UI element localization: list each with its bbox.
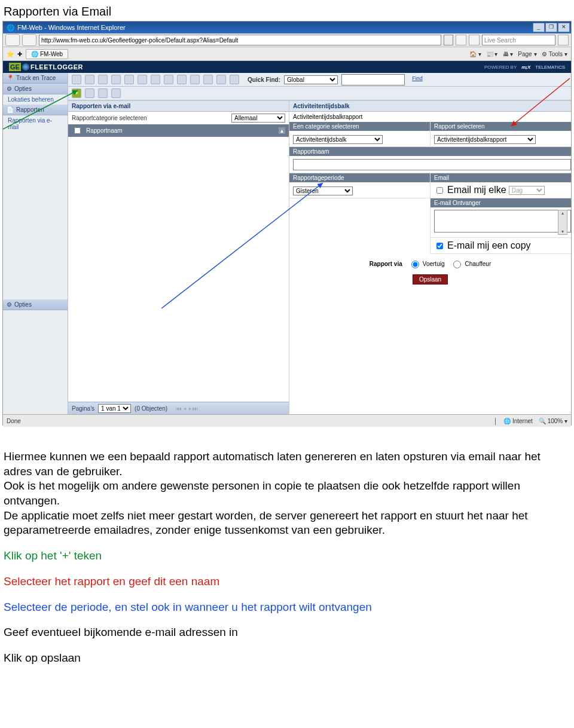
- tool-icon[interactable]: [98, 75, 108, 84]
- tool-icon[interactable]: [164, 75, 173, 84]
- period-header: Rapportageperiode: [289, 173, 430, 182]
- window-title: FM-Web - Windows Internet Explorer: [17, 24, 126, 31]
- select-all-checkbox[interactable]: [74, 127, 81, 134]
- address-bar[interactable]: http://www.fm-web.co.uk/Geofleetlogger-p…: [39, 35, 441, 45]
- category-header: Een categorie selecteren: [289, 122, 430, 131]
- document-title: Rapporten via Email: [4, 5, 574, 19]
- email-header: Email: [430, 173, 571, 182]
- tool-icon[interactable]: [124, 75, 134, 84]
- tool-icon[interactable]: [151, 75, 160, 84]
- email-me-checkbox[interactable]: [436, 187, 443, 194]
- minimize-button[interactable]: _: [533, 23, 545, 32]
- tab-icon: 🌐: [31, 51, 38, 57]
- sidebar-track-trace[interactable]: 📍 Track en Trace: [3, 73, 68, 84]
- paragraph-1: Hiermee kunnen we een bepaald rapport au…: [4, 449, 570, 538]
- gear-icon: ⚙: [7, 85, 12, 92]
- status-internet-zone: 🌐 Internet: [503, 418, 533, 424]
- tool-icon[interactable]: [98, 88, 108, 98]
- recipient-textarea[interactable]: [434, 210, 571, 233]
- status-zoom[interactable]: 🔍 100% ▾: [539, 418, 567, 424]
- tool-icon[interactable]: [85, 88, 94, 98]
- maximize-button[interactable]: ❐: [545, 23, 557, 32]
- mix-logo: m¡X: [521, 65, 530, 70]
- close-button[interactable]: ✕: [558, 23, 570, 32]
- print-button[interactable]: 🖶 ▾: [503, 51, 514, 57]
- step-blue: Selecteer de periode, en stel ook in wan…: [4, 600, 570, 615]
- favorites-bar: ⭐ ✚ 🌐 FM-Web 🏠 ▾ 📰 ▾ 🖶 ▾ Page ▾ ⚙ Tools …: [3, 47, 571, 61]
- address-dropdown[interactable]: [444, 35, 453, 45]
- home-button[interactable]: 🏠 ▾: [469, 51, 481, 57]
- scroll-down-icon[interactable]: ▾: [558, 229, 567, 234]
- cc-me-checkbox[interactable]: [436, 243, 443, 249]
- back-button[interactable]: [5, 34, 20, 46]
- gear-icon: ⚙: [7, 301, 12, 308]
- via-chauffeur-radio[interactable]: Chauffeur: [450, 259, 491, 268]
- sidebar-rapporten[interactable]: 📄 Rapporten: [3, 105, 68, 115]
- tool-icon[interactable]: [203, 75, 213, 84]
- tool-icon[interactable]: [216, 75, 226, 84]
- forward-button[interactable]: [22, 34, 36, 46]
- search-go-button[interactable]: [558, 35, 569, 45]
- powered-by-label: POWERED BY: [484, 65, 517, 70]
- via-voertuig-radio[interactable]: Voertuig: [408, 259, 445, 268]
- sidebar-opties[interactable]: ⚙ Opties: [3, 84, 68, 94]
- quickfind-scope-select[interactable]: Global: [284, 75, 338, 84]
- tool-icon[interactable]: [85, 75, 94, 84]
- address-toolbar: http://www.fm-web.co.uk/Geofleetlogger-p…: [3, 33, 571, 47]
- search-box[interactable]: Live Search: [482, 35, 555, 45]
- add-icon[interactable]: +: [72, 88, 81, 98]
- scroll-up-icon[interactable]: ▴: [558, 210, 567, 216]
- pager-select[interactable]: 1 van 1: [98, 404, 131, 413]
- app-header: GE FLEETLOGGER POWERED BY m¡X TELEMATICS: [3, 61, 571, 73]
- refresh-button[interactable]: [456, 35, 466, 45]
- stop-button[interactable]: [469, 35, 480, 45]
- pager-objects: (0 Objecten): [135, 405, 167, 412]
- status-sep: │: [494, 418, 497, 424]
- category-select-right[interactable]: Activiteitentijdsbalk: [293, 135, 383, 144]
- logo-geo: GE: [9, 63, 21, 71]
- step-red: Selecteer het rapport en geef dit een na…: [4, 574, 570, 589]
- tool-icon[interactable]: [190, 75, 200, 84]
- favorites-star-icon[interactable]: ⭐: [7, 51, 14, 57]
- report-via-label: Rapport via: [370, 261, 402, 267]
- page-menu[interactable]: Page ▾: [518, 51, 536, 57]
- report-list-header: Rapportnaam ▴: [68, 124, 289, 137]
- add-favorite-icon[interactable]: ✚: [17, 51, 22, 57]
- tool-icon[interactable]: [230, 75, 239, 84]
- step-4: Geef eventueel bijkomende e-mail adresse…: [4, 625, 570, 640]
- save-button[interactable]: Opslaan: [413, 274, 448, 285]
- email-frequency-select[interactable]: Dag: [509, 186, 545, 195]
- pager-label: Pagina's: [72, 405, 94, 412]
- quickfind-label: Quick Find:: [248, 77, 280, 83]
- browser-status-bar: Done │ 🌐 Internet 🔍 100% ▾: [3, 414, 571, 427]
- scroll-up-icon[interactable]: ▴: [279, 127, 285, 134]
- status-done: Done: [7, 418, 21, 424]
- step-green: Klik op het '+' teken: [4, 549, 570, 564]
- category-label: Rapportcategorie selecteren: [72, 115, 229, 121]
- feeds-button[interactable]: 📰 ▾: [486, 51, 498, 57]
- browser-tab[interactable]: 🌐 FM-Web: [26, 49, 68, 59]
- tools-menu[interactable]: ⚙ Tools ▾: [542, 51, 567, 57]
- logo-fleetlogger: FLEETLOGGER: [30, 63, 83, 71]
- tool-icon[interactable]: [72, 75, 81, 84]
- sidebar-lokaties-beheren[interactable]: Lokaties beheren: [3, 94, 68, 105]
- tool-icon[interactable]: [138, 75, 147, 84]
- screenshot-container: 🌐 FM-Web - Windows Internet Explorer _ ❐…: [2, 21, 572, 426]
- sidebar-opties-2[interactable]: ⚙ Opties: [3, 299, 68, 310]
- cc-me-label: E-mail mij een copy: [447, 240, 531, 251]
- quickfind-input[interactable]: [341, 74, 405, 85]
- report-select[interactable]: Activiteitentijdsbalkrapport: [434, 135, 536, 144]
- tool-icon[interactable]: [111, 75, 121, 84]
- right-panel-title: Activiteitentijdsbalk: [289, 101, 571, 112]
- column-rapportnaam: Rapportnaam: [86, 127, 123, 134]
- period-select[interactable]: Gisteren: [293, 186, 353, 195]
- reportname-input[interactable]: [293, 159, 571, 170]
- find-button[interactable]: Find: [408, 75, 426, 84]
- app-logo: GE FLEETLOGGER: [9, 63, 83, 71]
- recipient-header: E-mail Ontvanger: [430, 198, 571, 207]
- sidebar-rapporten-via-email[interactable]: Rapporten via e-mail: [3, 115, 68, 132]
- tool-icon[interactable]: [111, 88, 121, 98]
- category-select[interactable]: Allemaal: [231, 114, 285, 123]
- tool-icon[interactable]: [177, 75, 187, 84]
- reportname-header: Rapportnaam: [289, 147, 571, 156]
